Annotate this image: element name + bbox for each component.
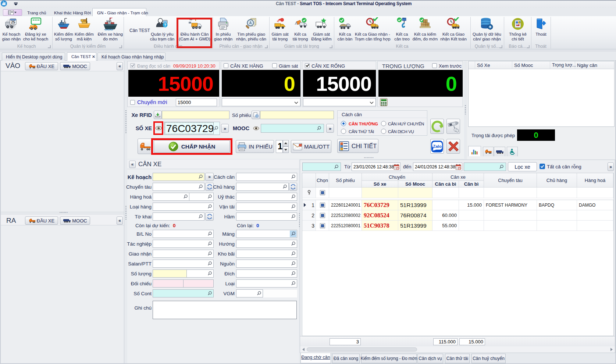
svg-text:?: ?	[164, 23, 166, 27]
svg-text:25: 25	[11, 20, 15, 24]
svg-text:A: A	[249, 21, 252, 25]
svg-text:Zalo: Zalo	[433, 144, 442, 148]
